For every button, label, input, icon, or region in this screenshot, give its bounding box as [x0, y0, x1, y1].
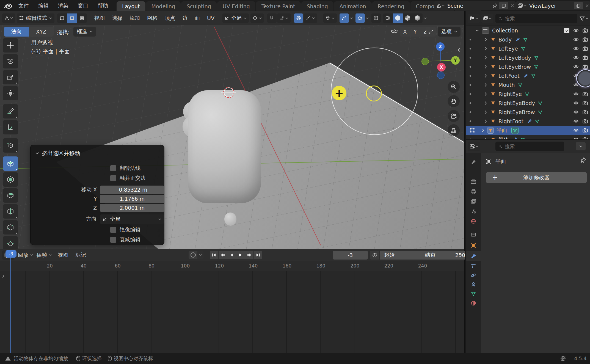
outliner-row[interactable]: LeftFoot — [466, 71, 590, 80]
snap-settings-dropdown[interactable] — [277, 13, 291, 23]
extrude-gizmo-plus-handle[interactable]: + — [332, 86, 346, 100]
tab-modeling[interactable]: Modeling — [146, 1, 181, 11]
editor-type-properties-button[interactable] — [468, 142, 480, 151]
move-y-field[interactable]: 1.1766 m — [100, 195, 164, 203]
pin-scene-icon[interactable] — [492, 3, 497, 8]
playhead-line[interactable] — [10, 258, 11, 353]
menu-view[interactable]: 视图 — [91, 15, 108, 22]
new-view-layer-button[interactable] — [574, 2, 583, 9]
playhead[interactable]: -3 — [5, 250, 16, 258]
options-dropdown[interactable]: 选项 — [438, 27, 461, 37]
gizmo-z-negative[interactable] — [437, 71, 445, 79]
tab-object[interactable] — [466, 240, 481, 251]
mirror-icon[interactable] — [391, 28, 398, 34]
menu-edit[interactable]: 编辑 — [34, 0, 53, 11]
extrude-normal-button[interactable]: 法向 — [4, 27, 29, 37]
gizmos-dropdown-icon[interactable] — [350, 17, 353, 19]
use-preview-range-icon[interactable] — [370, 251, 379, 260]
tab-output[interactable] — [466, 186, 481, 197]
menu-mesh[interactable]: 网格 — [144, 15, 161, 22]
tab-animation[interactable]: Animation — [334, 1, 372, 11]
render-visibility-icon[interactable] — [583, 28, 588, 33]
orthographic-view-button[interactable] — [448, 124, 460, 136]
menu-uv[interactable]: UV — [203, 15, 218, 21]
timeline-collapse-icon[interactable] — [461, 253, 463, 257]
shading-dropdown-icon[interactable] — [424, 17, 427, 19]
view-layer-selector[interactable]: ViewLayer — [516, 1, 590, 10]
shading-wireframe-button[interactable] — [383, 13, 393, 23]
scene-selector[interactable]: Scene — [434, 1, 516, 10]
properties-search[interactable] — [495, 142, 564, 151]
tab-layout[interactable]: Layout — [117, 1, 145, 11]
flip-normals-checkbox[interactable] — [110, 165, 116, 171]
tool-knife[interactable] — [3, 220, 18, 235]
hide-icon[interactable] — [573, 65, 579, 69]
outliner-row[interactable]: Mouth — [466, 80, 590, 89]
shading-material-button[interactable] — [403, 13, 413, 23]
menu-file[interactable]: 文件 — [14, 0, 34, 11]
menu-render[interactable]: 渲染 — [53, 0, 73, 11]
outliner-row[interactable]: RightEyeBrow — [466, 107, 590, 117]
falloff-edit-checkbox[interactable] — [110, 237, 116, 243]
mode-dropdown[interactable]: 编辑模式 — [17, 13, 54, 23]
menu-vertex[interactable]: 顶点 — [161, 15, 179, 22]
hide-icon[interactable] — [573, 37, 579, 42]
mirror-edit-checkbox[interactable] — [110, 227, 116, 233]
outliner-row[interactable]: RightEye — [466, 89, 590, 98]
xray-toggle[interactable] — [371, 13, 381, 23]
tool-scale[interactable] — [3, 70, 18, 84]
menu-timeline-view[interactable]: 视图 — [54, 252, 72, 259]
outliner-row[interactable]: LeftEye — [466, 44, 590, 53]
play-reverse-button[interactable] — [227, 251, 236, 259]
tool-bevel[interactable] — [3, 188, 18, 203]
add-modifier-button[interactable]: + 添加修改器 — [486, 172, 587, 183]
outliner-row[interactable]: RightEyeBody — [466, 98, 590, 107]
tool-annotate[interactable] — [3, 104, 18, 118]
hide-icon[interactable] — [573, 110, 579, 114]
prev-keyframe-button[interactable] — [219, 251, 227, 259]
tab-material[interactable] — [466, 298, 481, 308]
channel-expand-icon[interactable] — [2, 274, 4, 278]
hide-icon[interactable] — [573, 56, 579, 60]
menu-marker[interactable]: 标记 — [72, 252, 90, 259]
tab-object-data[interactable] — [466, 289, 481, 299]
next-keyframe-button[interactable] — [245, 251, 253, 259]
hide-icon[interactable] — [573, 119, 579, 123]
render-visibility-icon[interactable] — [583, 92, 588, 96]
render-visibility-icon[interactable] — [583, 46, 588, 51]
tool-rotate[interactable] — [3, 54, 18, 68]
tab-physics[interactable] — [466, 270, 481, 280]
drag-tool-dropdown[interactable]: 框选 — [73, 27, 96, 37]
pivot-point-dropdown[interactable] — [250, 13, 264, 23]
gizmo-x-axis[interactable]: X — [437, 63, 446, 71]
tab-uv-editing[interactable]: UV Editing — [217, 1, 255, 11]
pan-view-button[interactable] — [448, 95, 460, 107]
timeline-tracks[interactable] — [0, 271, 464, 353]
camera-view-button[interactable] — [448, 110, 460, 122]
timeline-ruler[interactable]: 20 40 60 80 100 120 140 160 180 200 220 … — [0, 261, 464, 271]
character-foot-object[interactable] — [224, 213, 236, 226]
new-scene-button[interactable] — [499, 2, 508, 9]
render-visibility-icon[interactable] — [583, 137, 588, 139]
menu-add[interactable]: 添加 — [126, 15, 144, 22]
menu-select[interactable]: 选择 — [108, 15, 126, 22]
tool-measure[interactable] — [3, 120, 18, 134]
overlays-toggle[interactable] — [355, 13, 365, 23]
current-frame-field[interactable]: -3 — [333, 251, 368, 260]
timeline-editor[interactable]: 回放 插帧 视图 标记 -3 起始1 结束250 20 — [0, 249, 464, 353]
editor-type-outliner-button[interactable] — [468, 14, 480, 23]
outliner-row-active[interactable]: 平面 — [466, 126, 590, 135]
gizmo-z-axis[interactable]: Z — [436, 42, 445, 51]
tab-rendering[interactable]: Rendering — [372, 1, 410, 11]
auto-keying-toggle[interactable] — [189, 251, 203, 259]
render-visibility-icon[interactable] — [583, 128, 588, 133]
overlays-dropdown-icon[interactable] — [366, 17, 369, 19]
tab-tool[interactable] — [466, 157, 481, 167]
tab-collection[interactable] — [466, 229, 481, 240]
render-visibility-icon[interactable] — [583, 119, 588, 123]
render-visibility-icon[interactable] — [583, 101, 588, 105]
tab-view-layer[interactable] — [466, 196, 481, 207]
operator-panel-header[interactable]: 挤出选区并移动 — [31, 145, 164, 157]
hide-icon[interactable] — [573, 28, 579, 32]
gizmo-y-axis[interactable]: Y — [451, 56, 460, 65]
